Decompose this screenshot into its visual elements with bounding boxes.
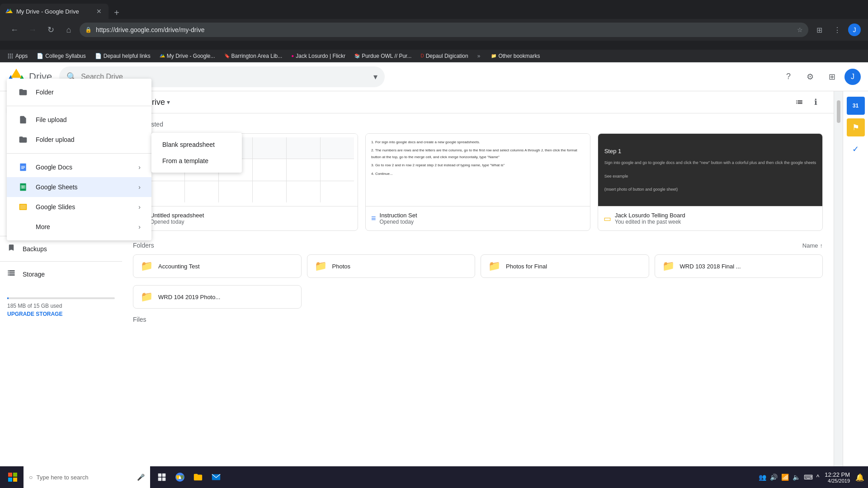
tasks-panel-icon[interactable]: ✓ xyxy=(847,140,865,158)
sidebar-storage-label: Storage xyxy=(23,271,45,278)
bookmark-purdue[interactable]: 📚 Purdue OWL // Pur... xyxy=(351,51,415,61)
wifi-icon[interactable]: 📶 xyxy=(781,474,789,481)
taskbar: ○ Type here to search 🎤 xyxy=(0,466,868,488)
volume-icon[interactable]: 🔈 xyxy=(793,474,800,481)
info-panel-button[interactable]: ℹ xyxy=(808,95,823,109)
svg-rect-32 xyxy=(8,478,12,482)
url-input[interactable] xyxy=(80,23,808,37)
bookmark-college-syllabus[interactable]: 📄 College Syllabus xyxy=(33,51,89,61)
bookmark-my-drive[interactable]: My Drive - Google... xyxy=(156,51,219,61)
browser-tab-active[interactable]: My Drive - Google Drive ✕ xyxy=(0,4,108,19)
help-extensions-button[interactable]: ⊞ xyxy=(812,23,826,37)
microphone-icon[interactable]: 🎤 xyxy=(137,474,145,481)
taskbar-search-icon: ○ xyxy=(29,474,33,481)
sound-icon[interactable]: 🔊 xyxy=(770,474,778,481)
settings-button[interactable]: ⚙ xyxy=(801,68,819,86)
bookmark-barrington[interactable]: 🔖 Barrington Area Lib... xyxy=(221,51,286,61)
tab-favicon xyxy=(5,8,13,15)
bookmark-depaul-links[interactable]: 📄 Depaul helpful links xyxy=(91,51,154,61)
bookmark-star-icon[interactable]: ☆ xyxy=(797,26,803,33)
submenu-blank-spreadsheet[interactable]: Blank spreadsheet xyxy=(151,136,242,153)
menu-item-folder-upload[interactable]: Folder upload xyxy=(7,130,151,150)
menu-item-file-upload[interactable]: File upload xyxy=(7,110,151,130)
svg-rect-22 xyxy=(21,169,24,169)
menu-item-folder[interactable]: Folder xyxy=(7,82,151,102)
search-dropdown-icon[interactable]: ▾ xyxy=(373,72,377,82)
help-button[interactable]: ? xyxy=(779,68,797,86)
taskbar-clock[interactable]: 12:22 PM 4/25/2019 xyxy=(825,471,850,483)
calendar-panel-icon[interactable]: 31 xyxy=(847,97,865,115)
network-icon[interactable]: 👥 xyxy=(759,474,766,481)
folder-photos[interactable]: 📁 Photos xyxy=(307,254,476,278)
bookmark-flickr[interactable]: ● Jack Losurdo | Flickr xyxy=(288,51,349,61)
taskbar-search-box[interactable]: ○ Type here to search 🎤 xyxy=(24,466,150,488)
folder-icon-gray: 📁 xyxy=(662,260,675,272)
upgrade-storage-button[interactable]: UPGRADE STORAGE xyxy=(7,309,62,319)
file-explorer-taskbar-icon[interactable] xyxy=(190,469,206,485)
google-apps-button[interactable]: ⊞ xyxy=(823,68,841,86)
notes-panel-icon[interactable]: ⚑ xyxy=(847,118,865,136)
svg-rect-34 xyxy=(158,474,162,477)
file-card-dark[interactable]: Step 1 Sign into google and go to google… xyxy=(598,133,823,231)
menu-docs-label: Google Docs xyxy=(36,164,131,171)
file-name: Untitled spreadsheet xyxy=(150,212,204,219)
folder-upload-icon xyxy=(18,134,28,145)
my-drive-chevron-icon[interactable]: ▾ xyxy=(167,99,170,106)
browser-menu-button[interactable]: ⋮ xyxy=(830,23,844,37)
menu-item-google-slides[interactable]: Google Slides › xyxy=(7,197,151,217)
new-tab-button[interactable]: + xyxy=(110,6,123,19)
scrollbar-thumb[interactable] xyxy=(837,100,840,123)
forward-button[interactable]: → xyxy=(25,23,40,37)
taskbar-search-placeholder: Type here to search xyxy=(36,474,88,481)
back-button[interactable]: ← xyxy=(7,23,22,37)
task-view-button[interactable] xyxy=(154,469,170,485)
chrome-taskbar-icon[interactable] xyxy=(172,469,188,485)
folder-wrd104[interactable]: 📁 WRD 104 2019 Photo... xyxy=(133,285,302,309)
storage-icon xyxy=(7,269,15,279)
file-preview-doc: 1. For sign into google docs and create … xyxy=(366,134,590,206)
refresh-button[interactable]: ↻ xyxy=(43,23,58,37)
file-info-dark: ▭ Jack Losurdo Telling Board You edited … xyxy=(598,206,822,230)
keyboard-icon[interactable]: ⌨ xyxy=(804,474,813,481)
new-item-dropdown: Folder File upload Folder upload xyxy=(7,79,151,240)
bookmark-label: Depaul helpful links xyxy=(104,53,151,59)
chrome-icon xyxy=(175,472,185,483)
folder-photos-final[interactable]: 📁 Photos for Final xyxy=(481,254,649,278)
file-name-dark: Jack Losurdo Telling Board xyxy=(615,212,685,219)
submenu-from-template[interactable]: From a template xyxy=(151,153,242,169)
sidebar-item-backups[interactable]: Backups xyxy=(0,240,118,258)
folder-name-wrd103: WRD 103 2018 Final ... xyxy=(680,263,741,270)
system-tray-icons: 👥 🔊 📶 🔈 ⌨ ^ xyxy=(759,474,820,481)
ssl-lock-icon: 🔒 xyxy=(85,27,92,33)
menu-item-google-sheets[interactable]: Google Sheets › xyxy=(7,177,151,197)
system-chevron[interactable]: ^ xyxy=(816,474,820,481)
menu-item-google-docs[interactable]: Google Docs › xyxy=(7,157,151,177)
notification-button[interactable]: 🔔 xyxy=(855,473,864,482)
folder-wrd103[interactable]: 📁 WRD 103 2018 Final ... xyxy=(655,254,823,278)
bookmark-folder-icon-other: 📁 xyxy=(491,53,496,58)
svg-rect-11 xyxy=(10,57,11,58)
browser-profile-button[interactable]: J xyxy=(848,23,861,36)
bookmarks-apps-item[interactable]: Apps xyxy=(4,51,31,61)
file-meta-dark: You edited in the past week xyxy=(615,219,685,225)
bookmark-other[interactable]: 📁 Other bookmarks xyxy=(487,51,543,61)
bookmark-depaul-digication[interactable]: D Depaul Digication xyxy=(417,51,472,61)
bookmark-label: Barrington Area Lib... xyxy=(231,53,283,59)
list-view-button[interactable] xyxy=(792,95,807,109)
home-button[interactable]: ⌂ xyxy=(61,23,76,37)
folder-accounting-test[interactable]: 📁 Accounting Test xyxy=(133,254,302,278)
mail-taskbar-icon[interactable] xyxy=(208,469,224,485)
sidebar-item-storage[interactable]: Storage xyxy=(0,265,118,283)
svg-rect-7 xyxy=(8,55,9,56)
bookmarks-more-button[interactable]: » xyxy=(474,51,484,61)
tab-close-button[interactable]: ✕ xyxy=(95,7,103,15)
file-card-doc[interactable]: 1. For sign into google docs and create … xyxy=(365,133,590,231)
url-bar-container: 🔒 ☆ xyxy=(80,23,808,37)
svg-rect-12 xyxy=(12,57,13,58)
profile-avatar[interactable]: J xyxy=(844,69,861,85)
menu-item-more[interactable]: More › xyxy=(7,217,151,237)
drive-favicon-bookmark xyxy=(160,53,165,59)
svg-rect-4 xyxy=(8,53,9,54)
sort-button[interactable]: Name ↑ xyxy=(802,242,823,249)
start-button[interactable] xyxy=(4,468,22,486)
